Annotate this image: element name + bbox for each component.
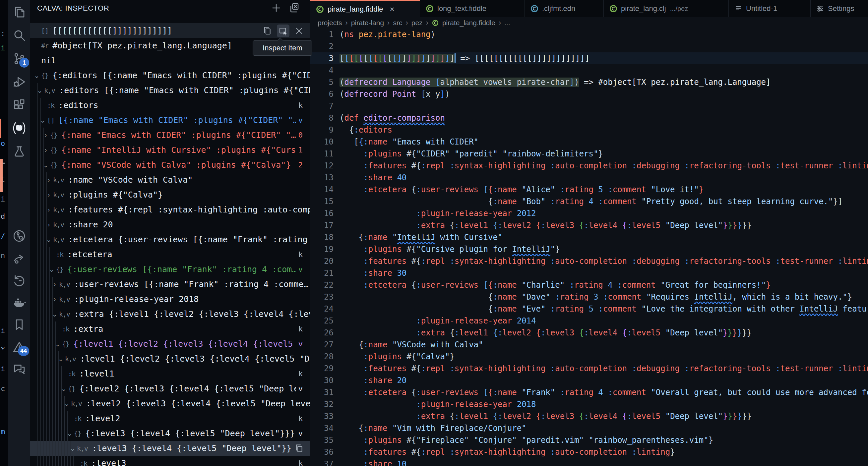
activity-docker-icon[interactable] <box>8 293 30 312</box>
indent-guide <box>40 113 41 128</box>
chevron-down-icon[interactable]: ⌄ <box>53 340 62 348</box>
search-icon <box>12 29 26 42</box>
indent-guide <box>43 128 44 143</box>
chevron-down-icon[interactable]: ⌄ <box>41 161 50 169</box>
chevron-down-icon[interactable]: ⌄ <box>48 266 56 274</box>
inspect-icon[interactable] <box>277 25 289 37</box>
indent-guide <box>52 366 53 381</box>
breadcrumb-item[interactable]: ... <box>504 19 510 27</box>
chevron-down-icon[interactable]: ⌄ <box>38 116 47 124</box>
chevron-right-icon[interactable]: › <box>41 146 50 154</box>
activity-comments-icon[interactable] <box>8 360 30 379</box>
chevron-down-icon[interactable]: ⌄ <box>35 87 44 94</box>
activity-bookmarks-icon[interactable] <box>8 315 30 334</box>
indent-guide <box>43 217 44 232</box>
breadcrumb-item[interactable]: pirate_lang.fiddle <box>442 19 495 27</box>
tree-row[interactable]: ⌄{}{:name "VSCode with Calva" :plugins #… <box>30 157 310 172</box>
tab-Untitled-1[interactable]: Untitled-1 <box>729 0 811 17</box>
chevron-down-icon[interactable]: ⌄ <box>51 310 59 318</box>
tree-row[interactable]: ⌄{}{:level3 {:level4 {:level5 "Deep leve… <box>30 426 310 441</box>
tree-row[interactable]: ⌄k,v:editors [{:name "Emacs with CIDER" … <box>30 83 310 98</box>
tree-row[interactable]: ⌄k,v:level2 {:level3 {:level4 {:level5 "… <box>30 396 310 411</box>
copy-icon[interactable] <box>293 442 305 455</box>
chevron-down-icon[interactable]: ⌄ <box>65 430 74 437</box>
tree-row[interactable]: ›k,v:name "VSCode with Calva" <box>30 172 310 187</box>
inspector-tree[interactable]: [][[[[[[[[[[[[]]]]]]]]]]]]#r#object[TX p… <box>30 23 310 466</box>
activity-run-debug-icon[interactable] <box>8 72 30 91</box>
chevron-down-icon[interactable]: ⌄ <box>32 71 41 80</box>
activity-test-beaker-icon[interactable] <box>8 142 30 161</box>
tree-row[interactable]: ⌄{}{:user-reviews [{:name "Frank" :ratin… <box>30 262 310 277</box>
chevron-right-icon[interactable]: › <box>44 191 53 198</box>
line-number: 30 <box>310 375 334 386</box>
tree-row[interactable]: ›k,v:features #{:repl :syntax-highlighti… <box>30 202 310 217</box>
tree-row[interactable]: :k:editorsk <box>30 98 310 113</box>
activity-extensions-icon[interactable] <box>8 95 30 115</box>
tree-row[interactable]: :k:extrak <box>30 321 310 336</box>
tree-row[interactable]: :k:etceterak <box>30 247 310 262</box>
tab-pirate_lang.clj[interactable]: pirate_lang.clj.../pez <box>604 0 729 17</box>
tree-row[interactable]: ⌄{}{:level2 {:level3 {:level4 {:level5 "… <box>30 381 310 396</box>
tab-Settings[interactable]: Settings <box>811 0 868 17</box>
close-icon[interactable]: × <box>390 5 395 14</box>
chevron-right-icon[interactable]: › <box>44 176 53 184</box>
chevron-right-icon[interactable]: › <box>41 131 50 139</box>
activity-gitlens-icon[interactable] <box>8 226 30 246</box>
tree-row[interactable]: ⌄k,v:level1 {:level2 {:level3 {:level4 {… <box>30 351 310 366</box>
indent-guide <box>52 321 53 336</box>
chevron-down-icon[interactable]: ⌄ <box>68 444 77 453</box>
copy-icon[interactable] <box>261 25 274 37</box>
indent-guide <box>46 396 47 411</box>
close-icon[interactable] <box>293 25 305 37</box>
tree-row[interactable]: ›{}{:name "IntelliJ with Cursive" :plugi… <box>30 143 310 157</box>
activity-calva-icon[interactable] <box>8 119 30 138</box>
tree-row[interactable]: :k:level1k <box>30 366 310 381</box>
tab-long_text.fiddle[interactable]: long_text.fiddle <box>420 0 525 17</box>
chevron-down-icon[interactable]: ⌄ <box>59 385 68 393</box>
chevron-right-icon[interactable]: › <box>51 295 59 303</box>
type-badge: {} <box>68 385 75 393</box>
chevron-right-icon[interactable]: › <box>44 206 53 213</box>
tree-row[interactable]: :k:level3k <box>30 456 310 466</box>
breadcrumb[interactable]: projects›pirate-lang›src›pez›pirate_lang… <box>310 17 868 29</box>
sidebar-editor-divider[interactable] <box>310 0 310 466</box>
breadcrumb-item[interactable]: pez <box>411 19 423 27</box>
code-area[interactable]: 1(ns pez.pirate-lang)23[[[[[[[[[[[[]]]]]… <box>310 29 868 466</box>
breadcrumb-item[interactable]: src <box>393 19 402 27</box>
activity-source-control-icon[interactable]: 1 <box>8 49 30 68</box>
tab-pirate_lang.fiddle[interactable]: pirate_lang.fiddle× <box>310 0 420 17</box>
chevron-right-icon[interactable]: › <box>51 280 59 288</box>
tree-row[interactable]: ⌄{}{:editors [{:name "Emacs with CIDER" … <box>30 68 310 83</box>
line-number: 21 <box>310 267 334 279</box>
chevron-down-icon[interactable]: ⌄ <box>62 400 71 408</box>
breadcrumb-item[interactable]: projects <box>318 19 342 27</box>
tree-row[interactable]: ⌄k,v:etcetera {:user-reviews [{:name "Fr… <box>30 232 310 247</box>
tree-row[interactable]: ›{}{:name "Emacs with CIDER" :plugins #{… <box>30 128 310 143</box>
indent-guide <box>50 336 50 351</box>
tree-row[interactable]: ⌄k,v:extra {:level1 {:level2 {:level3 {:… <box>30 307 310 321</box>
activity-search-icon[interactable] <box>8 26 30 45</box>
clear-all-icon[interactable] <box>288 2 300 15</box>
tree-row[interactable]: ›k,v:share 20 <box>30 217 310 232</box>
code-line: 15 {:name "Bob" :rating 4 :comment "Pret… <box>310 195 868 208</box>
chevron-right-icon[interactable]: › <box>44 221 53 228</box>
tree-row[interactable]: ›k,v:plugins #{"Calva"} <box>30 187 310 202</box>
indent-guide <box>43 247 44 262</box>
chevron-down-icon[interactable]: ⌄ <box>56 355 65 363</box>
activity-linter-warning-icon[interactable]: 44 <box>8 337 30 356</box>
activity-history-icon[interactable] <box>8 271 30 290</box>
tree-row[interactable]: [][[[[[[[[[[[[]]]]]]]]]]]] <box>30 23 310 38</box>
tree-row[interactable]: ›k,v:plugin-release-year 2018 <box>30 292 310 307</box>
tree-row[interactable]: ›k,v:user-reviews [{:name "Frank" :ratin… <box>30 277 310 292</box>
tree-row[interactable]: ⌄{}{:level1 {:level2 {:level3 {:level4 {… <box>30 336 310 351</box>
tree-row[interactable]: :k:level2k <box>30 411 310 426</box>
plus-icon[interactable] <box>270 2 282 15</box>
chevron-down-icon[interactable]: ⌄ <box>44 236 53 244</box>
breadcrumb-item[interactable]: pirate-lang <box>351 19 384 27</box>
tree-row[interactable]: ⌄[][{:name "Emacs with CIDER" :plugins #… <box>30 113 310 128</box>
code-line: 16 :plugin-release-year 2012 <box>310 208 868 219</box>
tree-row[interactable]: ⌄k,v:level3 {:level4 {:level5 "Deep leve… <box>30 441 310 456</box>
activity-live-share-icon[interactable] <box>8 249 30 268</box>
tab-.cljfmt.edn[interactable]: .cljfmt.edn <box>525 0 604 17</box>
activity-files-icon[interactable] <box>8 3 30 22</box>
